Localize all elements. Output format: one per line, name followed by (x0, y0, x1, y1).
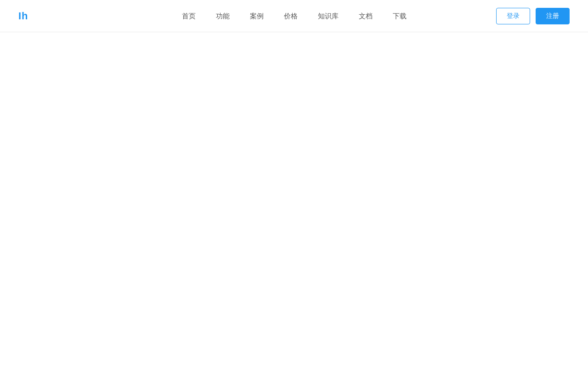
main-content (0, 32, 588, 368)
nav-item-home[interactable]: 首页 (172, 0, 206, 32)
logo-text: Ih (18, 10, 28, 22)
main-nav: 首页 功能 案例 价格 知识库 文档 下载 (172, 0, 417, 32)
login-button[interactable]: 登录 (496, 8, 530, 24)
register-button[interactable]: 注册 (536, 8, 570, 24)
nav-item-pricing[interactable]: 价格 (274, 0, 308, 32)
site-header: Ih 首页 功能 案例 价格 知识库 文档 下载 登录 注册 (0, 0, 588, 32)
nav-item-docs[interactable]: 文档 (349, 0, 383, 32)
nav-item-features[interactable]: 功能 (206, 0, 240, 32)
nav-item-download[interactable]: 下载 (383, 0, 417, 32)
auth-buttons: 登录 注册 (496, 8, 570, 24)
nav-item-cases[interactable]: 案例 (240, 0, 274, 32)
logo: Ih (18, 10, 28, 22)
nav-item-knowledge[interactable]: 知识库 (308, 0, 349, 32)
